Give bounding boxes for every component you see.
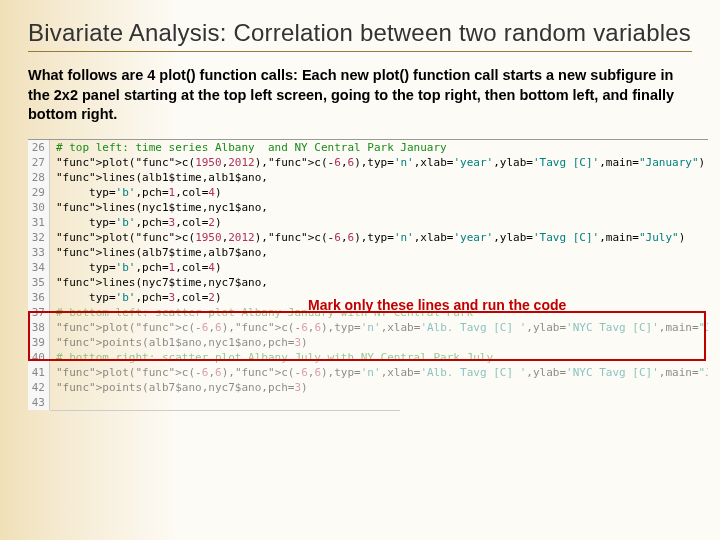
code-text: "func">plot("func">c(1950,2012),"func">c… (50, 230, 708, 245)
line-number: 37 (28, 305, 50, 320)
code-text: typ='b',pch=1,col=4) (50, 260, 708, 275)
title-underline (28, 51, 692, 52)
line-number: 40 (28, 350, 50, 365)
line-number: 34 (28, 260, 50, 275)
code-text: typ='b',pch=3,col=2) (50, 215, 708, 230)
code-line: 40# bottom right: scatter plot Albany Ju… (28, 350, 708, 365)
slide-description: What follows are 4 plot() function calls… (28, 66, 692, 125)
code-text: typ='b',pch=1,col=4) (50, 185, 708, 200)
code-text: "func">plot("func">c(-6,6),"func">c(-6,6… (50, 365, 708, 380)
code-line: 39"func">points(alb1$ano,nyc1$ano,pch=3) (28, 335, 708, 350)
code-line: 32"func">plot("func">c(1950,2012),"func"… (28, 230, 708, 245)
code-line: 42"func">points(alb7$ano,nyc7$ano,pch=3) (28, 380, 708, 395)
code-text: "func">points(alb1$ano,nyc1$ano,pch=3) (50, 335, 708, 350)
code-line: 34 typ='b',pch=1,col=4) (28, 260, 708, 275)
slide-title: Bivariate Analysis: Correlation between … (28, 18, 692, 48)
line-number: 41 (28, 365, 50, 380)
line-number: 38 (28, 320, 50, 335)
code-line: 31 typ='b',pch=3,col=2) (28, 215, 708, 230)
code-text: "func">plot("func">c(-6,6),"func">c(-6,6… (50, 320, 708, 335)
code-line: 30"func">lines(nyc1$time,nyc1$ano, (28, 200, 708, 215)
code-line: 26# top left: time series Albany and NY … (28, 140, 708, 155)
line-number: 26 (28, 140, 50, 155)
code-text: "func">lines(alb1$time,alb1$ano, (50, 170, 708, 185)
code-line: 43 (28, 395, 708, 410)
line-number: 33 (28, 245, 50, 260)
code-text: # bottom right: scatter plot Albany July… (50, 350, 708, 365)
code-line: 29 typ='b',pch=1,col=4) (28, 185, 708, 200)
code-text: "func">plot("func">c(1950,2012),"func">c… (50, 155, 708, 170)
line-number: 43 (28, 395, 50, 410)
code-text (50, 395, 708, 410)
code-line: 27"func">plot("func">c(1950,2012),"func"… (28, 155, 708, 170)
annotation-label: Mark only these lines and run the code (308, 297, 566, 313)
line-number: 39 (28, 335, 50, 350)
line-number: 27 (28, 155, 50, 170)
code-text: "func">lines(alb7$time,alb7$ano, (50, 245, 708, 260)
code-text: "func">lines(nyc7$time,nyc7$ano, (50, 275, 708, 290)
code-text: "func">lines(nyc1$time,nyc1$ano, (50, 200, 708, 215)
line-number: 42 (28, 380, 50, 395)
line-number: 36 (28, 290, 50, 305)
line-number: 32 (28, 230, 50, 245)
code-line: 28"func">lines(alb1$time,alb1$ano, (28, 170, 708, 185)
code-line: 35"func">lines(nyc7$time,nyc7$ano, (28, 275, 708, 290)
line-number: 30 (28, 200, 50, 215)
line-number: 29 (28, 185, 50, 200)
code-text: # top left: time series Albany and NY Ce… (50, 140, 708, 155)
line-number: 35 (28, 275, 50, 290)
line-number: 31 (28, 215, 50, 230)
code-line: 41"func">plot("func">c(-6,6),"func">c(-6… (28, 365, 708, 380)
code-block: 26# top left: time series Albany and NY … (28, 139, 708, 411)
code-text: "func">points(alb7$ano,nyc7$ano,pch=3) (50, 380, 708, 395)
code-line: 38"func">plot("func">c(-6,6),"func">c(-6… (28, 320, 708, 335)
line-number: 28 (28, 170, 50, 185)
code-line: 33"func">lines(alb7$time,alb7$ano, (28, 245, 708, 260)
